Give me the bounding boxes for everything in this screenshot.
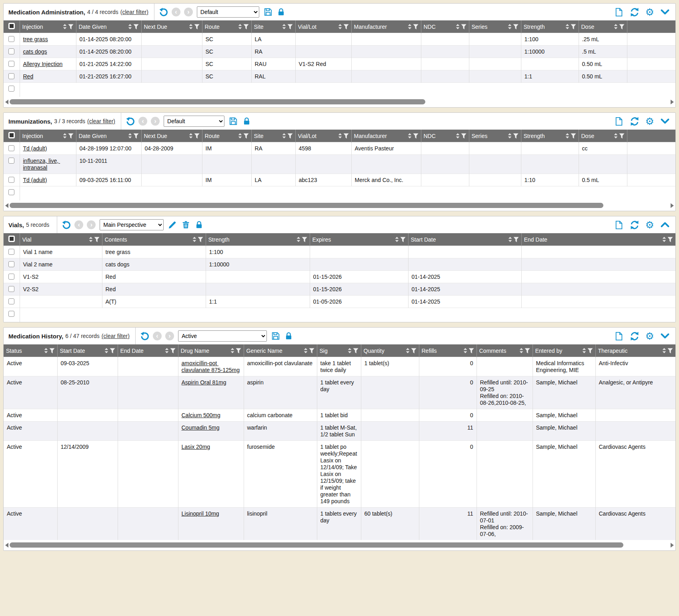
filter-icon[interactable] bbox=[110, 348, 115, 354]
scroll-right-icon[interactable] bbox=[671, 100, 674, 104]
clear-filter-link[interactable]: (clear filter) bbox=[102, 333, 130, 339]
column-header-manufacturer[interactable]: Manufacturer bbox=[351, 130, 421, 142]
gear-icon[interactable]: ⚙ bbox=[645, 331, 654, 341]
select-all-checkbox[interactable] bbox=[8, 23, 15, 29]
filter-icon[interactable] bbox=[287, 24, 293, 30]
filter-icon[interactable] bbox=[413, 133, 419, 139]
row-checkbox[interactable] bbox=[8, 158, 14, 164]
record-link[interactable]: influenza, live, intranasal bbox=[23, 158, 60, 171]
row-checkbox[interactable] bbox=[8, 145, 14, 151]
column-header-ndc[interactable]: NDC bbox=[421, 130, 469, 142]
refresh-icon[interactable] bbox=[630, 116, 639, 126]
column-header-entered-by[interactable]: Entered by bbox=[533, 344, 595, 357]
undo-icon[interactable] bbox=[158, 7, 168, 17]
column-header-next-due[interactable]: Next Due bbox=[141, 130, 202, 142]
lock-icon[interactable] bbox=[284, 331, 294, 341]
next-record-icon[interactable]: › bbox=[151, 117, 160, 126]
prev-record-icon[interactable]: ‹ bbox=[172, 8, 180, 16]
sort-icon[interactable] bbox=[89, 237, 93, 242]
record-link[interactable]: Allergy Injection bbox=[23, 61, 63, 67]
sort-icon[interactable] bbox=[282, 24, 286, 29]
new-document-icon[interactable] bbox=[614, 116, 624, 126]
column-header-strength[interactable]: Strength bbox=[521, 130, 579, 142]
next-record-icon[interactable]: › bbox=[165, 332, 174, 340]
column-header-next-due[interactable]: Next Due bbox=[141, 20, 202, 33]
column-header-series[interactable]: Series bbox=[469, 20, 521, 33]
column-header-strength[interactable]: Strength bbox=[206, 233, 310, 246]
filter-icon[interactable] bbox=[667, 237, 673, 242]
record-link[interactable]: Td (adult) bbox=[23, 145, 47, 152]
row-checkbox[interactable] bbox=[8, 36, 14, 42]
prev-record-icon[interactable]: ‹ bbox=[138, 117, 147, 126]
clear-filter-link[interactable]: (clear filter) bbox=[87, 118, 115, 124]
filter-icon[interactable] bbox=[461, 24, 467, 30]
filter-icon[interactable] bbox=[587, 348, 593, 354]
scrollbar-track[interactable] bbox=[10, 99, 669, 104]
filter-icon[interactable] bbox=[413, 24, 419, 30]
scroll-left-icon[interactable] bbox=[5, 203, 8, 208]
filter-icon[interactable] bbox=[68, 133, 74, 139]
column-header-end-date[interactable]: End Date bbox=[118, 344, 178, 357]
column-header-comments[interactable]: Comments bbox=[477, 344, 533, 357]
filter-icon[interactable] bbox=[400, 237, 406, 242]
filter-icon[interactable] bbox=[94, 237, 100, 242]
filter-icon[interactable] bbox=[287, 133, 293, 139]
filter-icon[interactable] bbox=[133, 24, 139, 30]
filter-icon[interactable] bbox=[236, 348, 241, 354]
record-link[interactable]: amoxicillin-pot clavulanate 875-125mg bbox=[182, 360, 240, 373]
new-record-empty-cell[interactable] bbox=[20, 186, 675, 201]
sort-icon[interactable] bbox=[296, 237, 300, 242]
column-header-status[interactable]: Status bbox=[4, 344, 57, 357]
filter-icon[interactable] bbox=[309, 348, 314, 354]
scroll-left-icon[interactable] bbox=[5, 100, 8, 104]
sort-icon[interactable] bbox=[238, 133, 242, 138]
filter-icon[interactable] bbox=[525, 348, 530, 354]
save-perspective-icon[interactable] bbox=[271, 331, 280, 341]
new-row-checkbox[interactable] bbox=[8, 311, 14, 317]
sort-icon[interactable] bbox=[662, 237, 666, 242]
new-row-checkbox[interactable] bbox=[8, 189, 14, 195]
filter-icon[interactable] bbox=[619, 24, 625, 30]
column-header-quantity[interactable]: Quantity bbox=[361, 344, 419, 357]
record-link[interactable]: Calcium 500mg bbox=[182, 412, 220, 418]
next-record-icon[interactable]: › bbox=[184, 8, 193, 16]
column-header-series[interactable]: Series bbox=[469, 130, 521, 142]
sort-icon[interactable] bbox=[508, 237, 512, 242]
new-record-empty-cell[interactable] bbox=[20, 83, 675, 97]
column-header-contents[interactable]: Contents bbox=[102, 233, 206, 246]
sort-icon[interactable] bbox=[614, 133, 618, 138]
sort-icon[interactable] bbox=[304, 348, 308, 353]
sort-icon[interactable] bbox=[104, 348, 108, 353]
collapse-chevron-icon[interactable] bbox=[660, 7, 670, 17]
select-all-checkbox[interactable] bbox=[8, 132, 15, 138]
sort-icon[interactable] bbox=[456, 24, 460, 29]
filter-icon[interactable] bbox=[571, 24, 576, 30]
filter-icon[interactable] bbox=[513, 24, 519, 30]
sort-icon[interactable] bbox=[565, 24, 569, 29]
column-header-date-given[interactable]: Date Given bbox=[76, 130, 141, 142]
select-all-checkbox[interactable] bbox=[8, 236, 15, 242]
sort-icon[interactable] bbox=[63, 133, 67, 138]
sort-icon[interactable] bbox=[408, 133, 412, 138]
filter-icon[interactable] bbox=[513, 237, 519, 242]
column-header-vial-lot[interactable]: Vial/Lot bbox=[295, 20, 351, 33]
lock-icon[interactable] bbox=[194, 220, 204, 230]
sort-icon[interactable] bbox=[128, 133, 132, 138]
filter-icon[interactable] bbox=[198, 237, 203, 242]
filter-icon[interactable] bbox=[411, 348, 417, 354]
sort-icon[interactable] bbox=[662, 348, 666, 353]
column-header-route[interactable]: Route bbox=[202, 20, 251, 33]
perspective-select[interactable]: Default bbox=[164, 116, 224, 127]
new-document-icon[interactable] bbox=[614, 7, 624, 17]
filter-icon[interactable] bbox=[194, 24, 200, 30]
row-checkbox[interactable] bbox=[8, 298, 14, 304]
clear-filter-link[interactable]: (clear filter) bbox=[120, 9, 148, 15]
scrollbar-track[interactable] bbox=[10, 542, 669, 548]
filter-icon[interactable] bbox=[571, 133, 576, 139]
sort-icon[interactable] bbox=[338, 133, 342, 138]
sort-icon[interactable] bbox=[408, 24, 412, 29]
undo-icon[interactable] bbox=[125, 116, 135, 126]
column-header-vial[interactable]: Vial bbox=[20, 233, 102, 246]
lock-icon[interactable] bbox=[242, 116, 251, 126]
filter-icon[interactable] bbox=[513, 133, 519, 139]
